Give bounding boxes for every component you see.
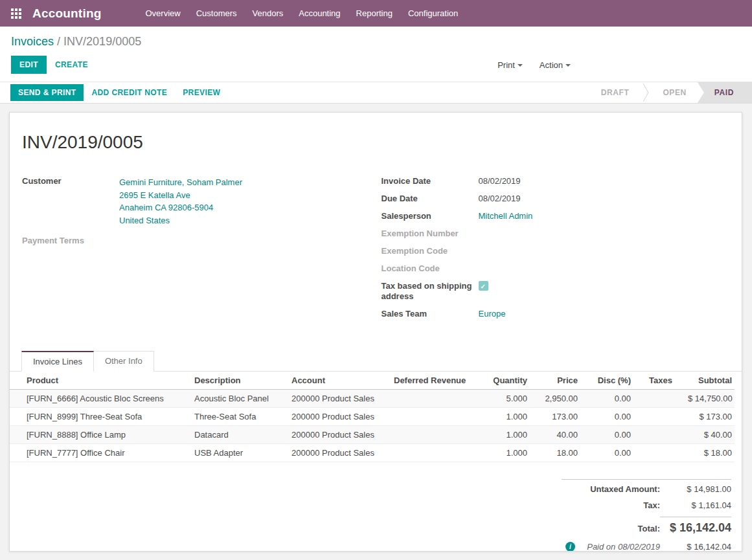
invoice-date-value[interactable]: 08/02/2019 [479,176,521,186]
sales-team-value[interactable]: Europe [479,309,506,319]
edit-button[interactable]: EDIT [11,56,47,74]
total-value: $ 16,142.04 [660,517,731,535]
cell-taxes[interactable] [633,426,685,444]
cell-quantity[interactable]: 1.000 [486,408,530,426]
cell-price[interactable]: 2,950.00 [530,390,580,408]
menu-customers[interactable]: Customers [188,1,245,26]
tab-other-info[interactable]: Other Info [94,351,154,372]
add-credit-note-button[interactable]: ADD CREDIT NOTE [84,84,175,101]
cell-product[interactable]: [FURN_7777] Office Chair [10,444,192,462]
customer-name-link[interactable]: Gemini Furniture, Soham Palmer [119,176,242,189]
cell-price[interactable]: 173.00 [530,408,580,426]
cell-deferred-revenue[interactable] [391,390,486,408]
breadcrumb-separator: / [57,35,60,48]
cell-product[interactable]: [FURN_8999] Three-Seat Sofa [10,408,192,426]
cell-account[interactable]: 200000 Product Sales [289,444,391,462]
cell-account[interactable]: 200000 Product Sales [289,408,391,426]
menu-overview[interactable]: Overview [138,1,188,26]
stage-open[interactable]: OPEN [649,82,700,103]
cell-quantity[interactable]: 1.000 [486,444,530,462]
exemption-code-label: Exemption Code [382,246,479,256]
cell-taxes[interactable] [633,408,685,426]
col-description[interactable]: Description [192,372,289,390]
table-row[interactable]: [FURN_7777] Office Chair USB Adapter 200… [10,444,735,462]
cell-account[interactable]: 200000 Product Sales [289,426,391,444]
col-quantity[interactable]: Quantity [486,372,530,390]
col-deferred-revenue[interactable]: Deferred Revenue [391,372,486,390]
exemption-number-label: Exemption Number [382,229,479,239]
col-subtotal[interactable]: Subtotal [685,372,735,390]
cell-taxes[interactable] [633,390,685,408]
sales-team-label: Sales Team [382,309,479,319]
send-print-button[interactable]: SEND & PRINT [10,84,84,101]
cell-product[interactable]: [FURN_6666] Acoustic Bloc Screens [10,390,192,408]
cell-disc[interactable]: 0.00 [580,390,633,408]
control-panel: Invoices / INV/2019/0005 EDIT CREATE Pri… [0,27,752,82]
menu-reporting[interactable]: Reporting [348,1,400,26]
due-date-value[interactable]: 08/02/2019 [479,194,521,204]
customer-city[interactable]: Anaheim CA 92806-5904 [119,201,242,214]
cell-subtotal[interactable]: $ 14,750.00 [685,390,735,408]
caret-down-icon [565,64,571,67]
menu-accounting[interactable]: Accounting [291,1,348,26]
cell-quantity[interactable]: 5.000 [486,390,530,408]
cell-deferred-revenue[interactable] [391,426,486,444]
cell-product[interactable]: [FURN_8888] Office Lamp [10,426,192,444]
cell-description[interactable]: Datacard [192,426,289,444]
customer-label: Customer [22,176,119,227]
apps-grid-icon[interactable] [11,8,21,19]
menu-configuration[interactable]: Configuration [400,1,466,26]
cell-price[interactable]: 40.00 [530,426,580,444]
main-menu: Overview Customers Vendors Accounting Re… [138,1,466,26]
preview-button[interactable]: PREVIEW [175,84,228,101]
print-dropdown[interactable]: Print [494,56,527,74]
breadcrumb-invoices-link[interactable]: Invoices [11,35,54,48]
chevron-right-icon [643,82,649,103]
form-view-background: INV/2019/0005 Customer Gemini Furniture,… [0,104,752,560]
stage-paid[interactable]: PAID [698,82,752,103]
create-button[interactable]: CREATE [47,56,97,74]
cell-disc[interactable]: 0.00 [580,444,633,462]
cell-deferred-revenue[interactable] [391,408,486,426]
table-row[interactable]: [FURN_8888] Office Lamp Datacard 200000 … [10,426,735,444]
col-account[interactable]: Account [289,372,391,390]
tax-shipping-checkbox[interactable] [479,281,488,291]
col-product[interactable]: Product [10,372,192,390]
table-row[interactable]: [FURN_6666] Acoustic Bloc Screens Acoust… [10,390,735,408]
cell-deferred-revenue[interactable] [391,444,486,462]
cell-subtotal[interactable]: $ 40.00 [685,426,735,444]
info-icon[interactable]: i [565,542,575,552]
cell-description[interactable]: Three-Seat Sofa [192,408,289,426]
cell-disc[interactable]: 0.00 [580,408,633,426]
stage-draft[interactable]: DRAFT [587,82,643,103]
invoice-lines-table: Product Description Account Deferred Rev… [10,372,735,462]
app-title[interactable]: Accounting [32,6,102,21]
cell-description[interactable]: USB Adapter [192,444,289,462]
statusbar: SEND & PRINT ADD CREDIT NOTE PREVIEW DRA… [0,82,752,104]
table-row[interactable]: [FURN_8999] Three-Seat Sofa Three-Seat S… [10,408,735,426]
menu-vendors[interactable]: Vendors [245,1,291,26]
tab-invoice-lines[interactable]: Invoice Lines [21,351,94,372]
top-navbar: Accounting Overview Customers Vendors Ac… [0,0,752,27]
customer-country[interactable]: United States [119,214,242,227]
breadcrumb: Invoices / INV/2019/0005 [11,35,742,49]
invoice-number-title: INV/2019/0005 [22,132,742,153]
payment-terms-label: Payment Terms [22,236,119,246]
customer-street[interactable]: 2695 E Katella Ave [119,189,242,202]
tax-label: Tax: [643,500,660,510]
col-price[interactable]: Price [530,372,580,390]
cell-account[interactable]: 200000 Product Sales [289,390,391,408]
salesperson-value[interactable]: Mitchell Admin [479,211,533,221]
col-taxes[interactable]: Taxes [633,372,685,390]
cell-disc[interactable]: 0.00 [580,426,633,444]
cell-taxes[interactable] [633,444,685,462]
cell-subtotal[interactable]: $ 18.00 [685,444,735,462]
action-dropdown[interactable]: Action [536,56,575,74]
col-disc[interactable]: Disc (%) [580,372,633,390]
cell-subtotal[interactable]: $ 173.00 [685,408,735,426]
cell-price[interactable]: 18.00 [530,444,580,462]
cell-quantity[interactable]: 1.000 [486,426,530,444]
cell-description[interactable]: Acoustic Bloc Panel [192,390,289,408]
location-code-label: Location Code [382,263,479,274]
tax-value: $ 1,161.04 [660,500,731,510]
